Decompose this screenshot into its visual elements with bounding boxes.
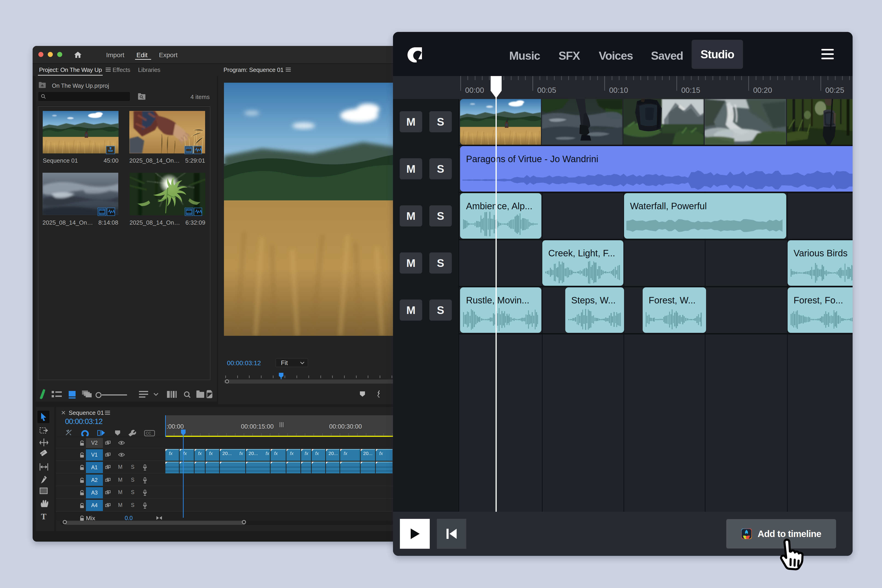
svg-text:T: T xyxy=(41,512,46,521)
svg-text:00:00:15:00: 00:00:15:00 xyxy=(241,423,274,430)
svg-text:00:00:30:00: 00:00:30:00 xyxy=(329,423,362,430)
svg-text:CC: CC xyxy=(146,431,151,435)
